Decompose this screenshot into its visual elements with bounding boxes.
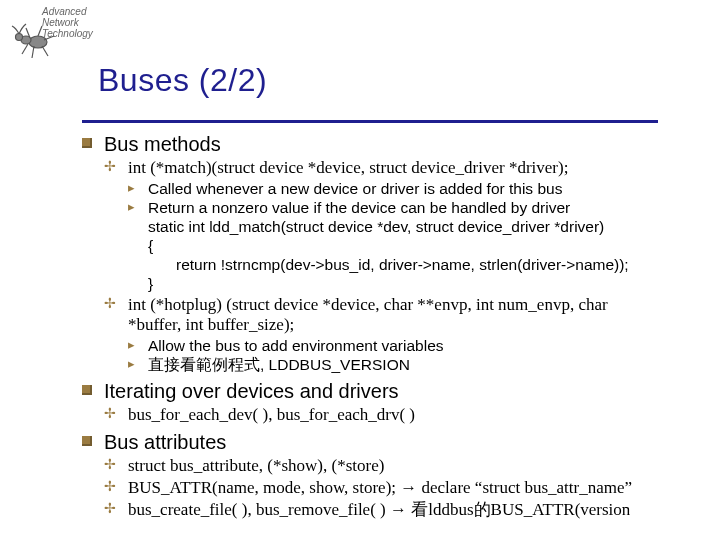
- hotplug-desc-1: Allow the bus to add environment variabl…: [128, 337, 662, 356]
- heading-iterating: Iterating over devices and drivers: [82, 379, 662, 403]
- title-underline: [82, 120, 658, 123]
- attr-line-3: bus_create_file( ), bus_remove_file( ) →…: [104, 500, 662, 521]
- match-signature: int (*match)(struct device *device, stru…: [104, 158, 662, 179]
- heading-bus-methods: Bus methods: [82, 132, 662, 156]
- heading-bus-attributes: Bus attributes: [82, 430, 662, 454]
- match-desc-1: Called whenever a new device or driver i…: [128, 180, 662, 199]
- match-code-close: }: [128, 275, 662, 294]
- svg-point-2: [16, 34, 23, 41]
- match-code-open: {: [128, 237, 662, 256]
- match-desc-2: Return a nonzero value if the device can…: [128, 199, 662, 218]
- match-code-decl: static int ldd_match(struct device *dev,…: [128, 218, 662, 237]
- slide: Advanced Network Technology Buses (2/2) …: [0, 0, 720, 540]
- logo-block: Advanced Network Technology: [6, 6, 96, 39]
- slide-content: Bus methods int (*match)(struct device *…: [82, 128, 662, 522]
- attr-line-1: struct bus_attribute, (*show), (*store): [104, 456, 662, 477]
- logo-line1: Advanced: [6, 6, 96, 17]
- hotplug-desc-2: 直接看範例程式, LDDBUS_VERSION: [128, 356, 662, 375]
- iterating-funcs: bus_for_each_dev( ), bus_for_each_drv( ): [104, 405, 662, 426]
- hotplug-signature: int (*hotplug) (struct device *device, c…: [104, 295, 662, 336]
- attr-line-2: BUS_ATTR(name, mode, show, store); → dec…: [104, 478, 662, 499]
- match-code-body: return !strncmp(dev->bus_id, driver->nam…: [148, 256, 662, 275]
- ant-icon: [8, 20, 58, 60]
- svg-point-0: [29, 36, 47, 48]
- slide-title: Buses (2/2): [98, 62, 267, 99]
